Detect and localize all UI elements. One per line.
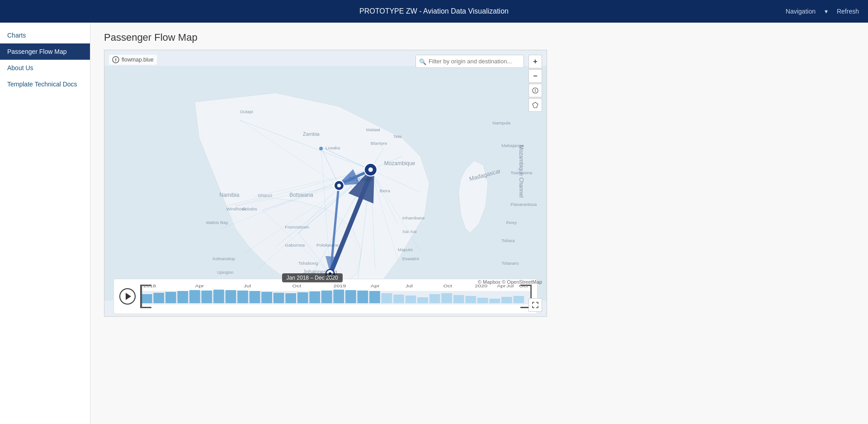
svg-text:Mozambique Channel: Mozambique Channel <box>518 145 524 197</box>
svg-text:Walvis Bay: Walvis Bay <box>206 220 228 225</box>
svg-rect-118 <box>501 297 512 303</box>
svg-rect-95 <box>226 290 236 303</box>
svg-text:Inhambane: Inhambane <box>402 215 425 220</box>
svg-text:Toliara: Toliara <box>501 238 515 243</box>
zoom-out-button[interactable]: − <box>528 69 542 83</box>
svg-rect-111 <box>417 297 428 303</box>
svg-rect-103 <box>321 291 332 303</box>
map-controls: + − <box>528 55 542 112</box>
sidebar: Charts Passenger Flow Map About Us Templ… <box>0 23 90 424</box>
svg-rect-88 <box>142 294 152 303</box>
svg-rect-89 <box>153 293 164 303</box>
svg-rect-90 <box>165 292 176 303</box>
svg-text:Nampula: Nampula <box>492 120 510 125</box>
time-slider-container: 2018 Apr Jul Oct 2019 Apr Jul Oct 2020 A… <box>113 279 538 314</box>
sidebar-item-charts[interactable]: Charts <box>0 27 90 43</box>
app-header: PROTOTYPE ZW - Aviation Data Visualizati… <box>0 0 868 23</box>
svg-rect-104 <box>333 290 344 303</box>
svg-text:Jul: Jul <box>406 284 413 288</box>
main-content: Passenger Flow Map f flowmap.blue 🔍 + − <box>90 23 868 424</box>
svg-text:Outapi: Outapi <box>240 109 253 114</box>
play-icon <box>126 293 131 300</box>
timeline-chart: 2018 Apr Jul Oct 2019 Apr Jul Oct 2020 A… <box>140 283 532 310</box>
svg-rect-97 <box>250 291 260 303</box>
svg-text:Namibia: Namibia <box>219 192 239 198</box>
fullscreen-icon <box>532 301 539 309</box>
globe-button[interactable] <box>528 98 542 112</box>
svg-text:Kolmanskop: Kolmanskop <box>213 257 235 261</box>
navigation-menu[interactable]: Navigation <box>786 8 816 15</box>
svg-rect-100 <box>285 293 296 303</box>
svg-rect-116 <box>477 298 488 303</box>
map-copyright: © Mapbox © OpenStreetMap <box>478 279 542 285</box>
svg-rect-110 <box>406 295 416 303</box>
refresh-button[interactable]: Refresh <box>837 8 859 15</box>
fullscreen-button[interactable] <box>528 298 542 312</box>
flowmap-logo-icon: f <box>112 56 119 63</box>
svg-rect-106 <box>357 291 368 303</box>
svg-text:2019: 2019 <box>333 284 346 288</box>
svg-rect-115 <box>465 296 476 303</box>
svg-text:Gobabis: Gobabis <box>242 207 257 211</box>
svg-text:Blantyre: Blantyre <box>371 141 387 146</box>
svg-rect-94 <box>213 290 224 303</box>
svg-rect-96 <box>237 291 248 303</box>
svg-text:Zambia: Zambia <box>303 131 320 137</box>
svg-text:Polokwane: Polokwane <box>316 243 339 248</box>
globe-icon <box>532 102 538 108</box>
svg-rect-105 <box>345 290 356 303</box>
svg-text:Tolanaro: Tolanaro <box>501 261 519 266</box>
svg-marker-4 <box>535 91 536 93</box>
sidebar-item-template-docs[interactable]: Template Technical Docs <box>0 76 90 92</box>
nav-dropdown-icon: ▾ <box>825 8 828 15</box>
svg-rect-122 <box>140 307 151 308</box>
timeline-area[interactable]: 2018 Apr Jul Oct 2019 Apr Jul Oct 2020 A… <box>140 283 532 310</box>
svg-text:Jul: Jul <box>244 284 251 288</box>
zoom-in-button[interactable]: + <box>528 55 542 68</box>
svg-point-86 <box>319 147 323 150</box>
svg-rect-93 <box>201 291 212 303</box>
header-nav: Navigation ▾ Refresh <box>786 8 859 15</box>
svg-rect-117 <box>489 299 500 303</box>
svg-text:Oct: Oct <box>443 284 452 288</box>
filter-input[interactable] <box>415 55 524 68</box>
flowmap-watermark: f flowmap.blue <box>109 55 157 65</box>
svg-text:Upington: Upington <box>217 270 233 275</box>
svg-text:Tete: Tete <box>393 134 402 139</box>
svg-text:Ihosy: Ihosy <box>506 220 517 225</box>
page-title: Passenger Flow Map <box>104 32 854 43</box>
svg-rect-113 <box>441 293 452 303</box>
svg-rect-98 <box>261 292 272 303</box>
svg-rect-109 <box>393 295 404 303</box>
svg-rect-114 <box>453 295 464 303</box>
search-icon: 🔍 <box>419 58 426 65</box>
svg-text:Xai-Xai: Xai-Xai <box>402 229 417 234</box>
svg-text:Apr: Apr <box>371 284 380 288</box>
play-button[interactable] <box>119 288 136 305</box>
map-visualization: Zambia Lusaka Malawi Blantyre Tete Mozam… <box>104 50 547 316</box>
svg-point-81 <box>368 167 373 172</box>
svg-rect-119 <box>513 296 524 303</box>
svg-text:Tshabong: Tshabong <box>298 261 318 266</box>
compass-icon <box>532 87 538 94</box>
sidebar-item-passenger-flow-map[interactable]: Passenger Flow Map <box>0 43 90 60</box>
svg-text:2018: 2018 <box>143 284 156 288</box>
svg-text:Lusaka: Lusaka <box>326 145 340 150</box>
compass-button[interactable] <box>528 84 542 97</box>
svg-text:Eswatini: Eswatini <box>402 256 419 261</box>
svg-text:Apr: Apr <box>195 284 204 288</box>
svg-point-85 <box>329 272 331 275</box>
svg-rect-120 <box>140 285 142 308</box>
main-layout: Charts Passenger Flow Map About Us Templ… <box>0 23 868 424</box>
svg-text:Gaborone: Gaborone <box>285 243 305 248</box>
svg-text:Oct: Oct <box>292 284 302 288</box>
svg-text:Mozambique: Mozambique <box>384 160 415 167</box>
svg-rect-108 <box>382 293 392 303</box>
svg-text:Flanarantsoa: Flanarantsoa <box>510 202 537 207</box>
app-title: PROTOTYPE ZW - Aviation Data Visualizati… <box>359 7 509 15</box>
map-container: f flowmap.blue 🔍 + − <box>104 50 547 317</box>
sidebar-item-about-us[interactable]: About Us <box>0 60 90 76</box>
svg-rect-99 <box>274 293 284 303</box>
svg-marker-3 <box>535 88 536 91</box>
svg-rect-101 <box>297 292 308 303</box>
